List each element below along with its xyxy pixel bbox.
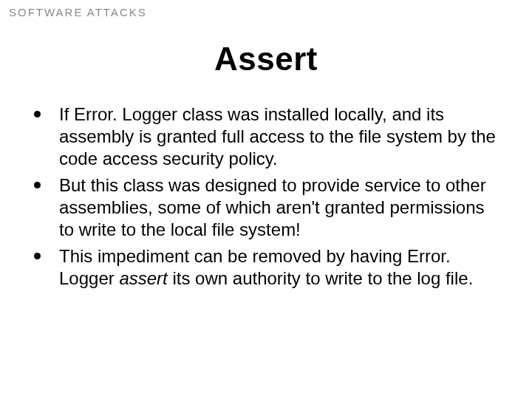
slide-title: Assert [0, 41, 532, 78]
bullet-text: If Error. Logger class was installed loc… [59, 104, 496, 168]
bullet-text: its own authority to write to the log fi… [168, 268, 474, 288]
bullet-item: But this class was designed to provide s… [30, 174, 502, 241]
bullet-text-italic: assert [119, 268, 167, 288]
bullet-item: If Error. Logger class was installed loc… [30, 103, 502, 170]
header-label: Software Attacks [9, 6, 147, 18]
slide-body: If Error. Logger class was installed loc… [30, 103, 502, 294]
bullet-list: If Error. Logger class was installed loc… [30, 103, 502, 290]
bullet-item: This impediment can be removed by having… [30, 245, 502, 290]
slide: Software Attacks Assert If Error. Logger… [0, 0, 532, 399]
bullet-text: But this class was designed to provide s… [59, 175, 486, 239]
